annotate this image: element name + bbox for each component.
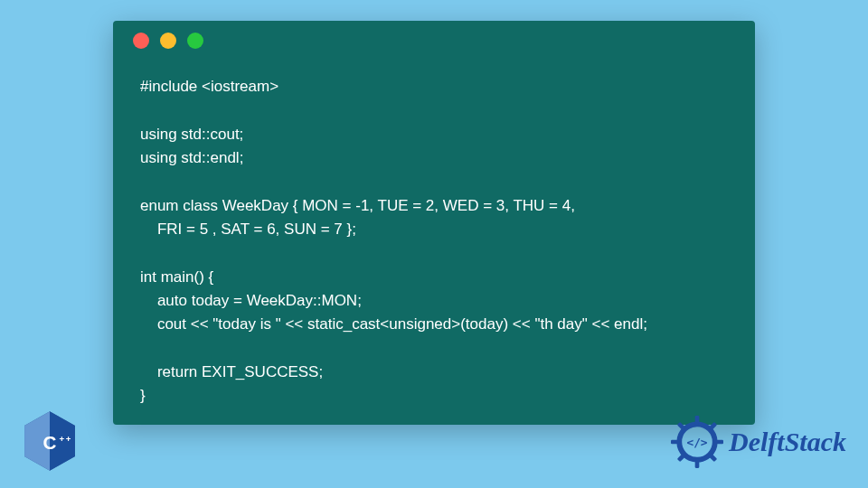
svg-text:+: +	[60, 434, 65, 444]
code-line: using std::endl;	[140, 149, 243, 166]
cpp-label: C	[43, 432, 57, 453]
svg-rect-7	[695, 460, 700, 468]
code-line: #include <iostream>	[140, 78, 278, 95]
code-block: #include <iostream> using std::cout; usi…	[113, 61, 755, 427]
code-line: return EXIT_SUCCESS;	[140, 363, 323, 380]
code-line: auto today = WeekDay::MON;	[140, 292, 362, 309]
window-titlebar	[113, 21, 755, 61]
brand-logo: </> DelftStack	[671, 416, 846, 468]
code-line: FRI = 5 , SAT = 6, SUN = 7 };	[140, 221, 356, 238]
code-window: #include <iostream> using std::cout; usi…	[113, 21, 755, 425]
brand-name: DelftStack	[729, 427, 846, 457]
code-line: }	[140, 387, 146, 404]
code-line: using std::cout;	[140, 126, 243, 143]
svg-text:+: +	[66, 434, 71, 444]
svg-rect-6	[695, 416, 700, 424]
code-line: int main() {	[140, 268, 213, 286]
close-icon[interactable]	[133, 33, 149, 49]
cpp-logo-icon: C + +	[22, 410, 78, 472]
minimize-icon[interactable]	[160, 33, 176, 49]
zoom-icon[interactable]	[187, 33, 203, 49]
svg-rect-8	[671, 440, 679, 445]
gear-icon: </>	[671, 416, 723, 468]
svg-rect-9	[715, 440, 723, 445]
code-line: cout << "today is " << static_cast<unsig…	[140, 315, 647, 333]
code-line: enum class WeekDay { MON = -1, TUE = 2, …	[140, 197, 575, 214]
gear-glyph: </>	[687, 436, 708, 449]
